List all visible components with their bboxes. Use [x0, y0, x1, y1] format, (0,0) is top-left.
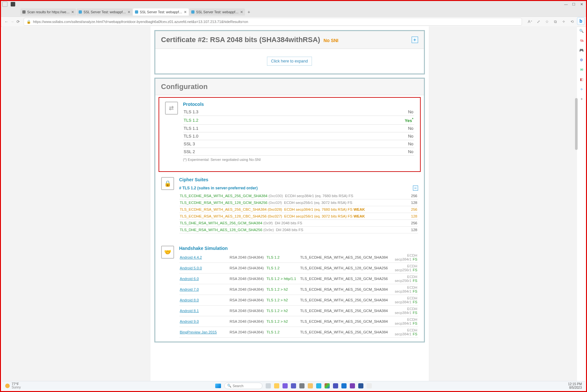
collections-icon[interactable]: ⧉: [552, 19, 558, 24]
cipher-row: TLS_ECDHE_RSA_WITH_AES_256_CBC_SHA384 (0…: [179, 206, 418, 213]
cipher-name-cell: TLS_ECDHE_RSA_WITH_AES_256_CBC_SHA384 (0…: [179, 206, 409, 213]
protocols-highlight: ⇄ Protocols TLS 1.3NoTLS 1.2Yes*TLS 1.1N…: [159, 97, 421, 172]
drop-icon[interactable]: ⎆: [579, 86, 584, 92]
minimize-button[interactable]: —: [563, 2, 569, 7]
weather-widget[interactable]: 77°F Sunny: [5, 381, 21, 390]
browser-toolbar: ← → ⟳ 🔒 https://www.ssllabs.com/ssltest/…: [1, 17, 586, 27]
cipher-name-cell: TLS_ECDHE_RSA_WITH_AES_128_CBC_SHA256 (0…: [179, 213, 409, 220]
handshake-cipher: TLS_ECDHE_RSA_WITH_AES_256_GCM_SHA384: [300, 316, 389, 327]
read-aloud-icon[interactable]: A⁺: [527, 19, 533, 24]
snip-icon[interactable]: [367, 383, 372, 388]
protocol-value: No: [326, 140, 414, 148]
folder-icon[interactable]: [308, 383, 313, 388]
handshake-client-link[interactable]: Android 8.1: [180, 309, 199, 313]
back-button[interactable]: ←: [4, 19, 9, 24]
handshake-cipher: TLS_ECDHE_RSA_WITH_AES_128_GCM_SHA256: [300, 263, 389, 274]
taskbar-search[interactable]: 🔍 Search: [224, 383, 262, 389]
extensions-icon[interactable]: ✧: [561, 19, 567, 24]
protocols-table: TLS 1.3NoTLS 1.2Yes*TLS 1.1NoTLS 1.0NoSS…: [183, 108, 414, 156]
start-button[interactable]: [215, 384, 221, 388]
handshake-kx: ECDH secp384r1FS: [389, 284, 418, 295]
browser-tab[interactable]: SSL Server Test: webappfrontdo...✕: [133, 8, 189, 16]
handshake-kx: ECDH secp384r1FS: [389, 252, 418, 263]
onenote-icon[interactable]: [350, 383, 355, 388]
add-sidebar-icon[interactable]: ＋: [579, 96, 584, 101]
explorer-icon[interactable]: [274, 383, 279, 388]
tab-favicon-icon: [79, 10, 82, 14]
profile2-icon[interactable]: [11, 2, 15, 6]
cipher-name-cell: TLS_ECDHE_RSA_WITH_AES_128_GCM_SHA256 (0…: [179, 199, 409, 206]
tab-favicon-icon: [191, 10, 194, 14]
edge-icon[interactable]: [316, 383, 321, 388]
protocol-row: TLS 1.1No: [183, 125, 414, 132]
close-window-button[interactable]: ✕: [578, 2, 585, 7]
teams-icon[interactable]: [291, 383, 296, 388]
tools-icon[interactable]: ⚙: [579, 57, 584, 62]
tab-close-button[interactable]: ✕: [240, 10, 243, 14]
browser-tab[interactable]: SSL Server Test: webappfrontdo...✕: [189, 8, 245, 16]
profile-icon[interactable]: [2, 2, 7, 7]
click-to-expand-button[interactable]: Click here to expand: [267, 57, 312, 66]
handshake-cipher: TLS_ECDHE_RSA_WITH_AES_128_GCM_SHA256: [300, 274, 389, 284]
tab-close-button[interactable]: ✕: [184, 10, 187, 14]
cipher-row: TLS_ECDHE_RSA_WITH_AES_128_CBC_SHA256 (0…: [179, 213, 418, 220]
maximize-button[interactable]: ☐: [570, 2, 577, 7]
cipher-strength: 256: [409, 220, 418, 227]
handshake-key: RSA 2048 (SHA384): [229, 295, 266, 306]
browser-tab[interactable]: SSL Server Test: webappfrontdo...✕: [77, 8, 132, 16]
handshake-kx: ECDH secp256r1FS: [389, 274, 418, 284]
chat-icon[interactable]: [282, 383, 288, 388]
protocol-name: SSL 2: [183, 148, 326, 156]
teams2-icon[interactable]: [333, 383, 338, 388]
handshake-row: Android 8.1RSA 2048 (SHA384)TLS 1.2 > h2…: [179, 306, 418, 316]
system-tray-clock[interactable]: 12:15 PM 8/5/2023: [568, 381, 582, 390]
refresh-button[interactable]: ⟳: [15, 19, 21, 24]
zoom-icon[interactable]: ⤢: [536, 19, 541, 24]
chrome-icon[interactable]: [325, 383, 330, 388]
shopping-icon[interactable]: 🛍: [579, 38, 584, 43]
tab-title: Scan results for https://webappf...: [27, 10, 70, 14]
handshake-client-link[interactable]: Android 5.0.0: [180, 266, 202, 270]
handshake-key: RSA 2048 (SHA384): [229, 316, 266, 327]
browser-tab[interactable]: Scan results for https://webappf...✕: [20, 8, 76, 16]
handshake-client-link[interactable]: Android 4.4.2: [180, 255, 202, 259]
handshake-client-link[interactable]: Android 9.0: [180, 319, 199, 323]
taskview-icon[interactable]: [266, 383, 271, 388]
bing-sidebar-button[interactable]: b: [577, 17, 585, 25]
certificate-title: Certificate #2: RSA 2048 bits (SHA384wit…: [161, 36, 320, 44]
page-content: Certificate #2: RSA 2048 bits (SHA384wit…: [150, 26, 429, 381]
sync-icon[interactable]: ⟲: [569, 19, 575, 24]
handshake-protocol: TLS 1.2 > h2: [267, 298, 288, 302]
cipher-strength: 128: [409, 199, 418, 206]
address-bar[interactable]: 🔒 https://www.ssllabs.com/ssltest/analyz…: [24, 18, 522, 26]
handshake-row: Android 6.0RSA 2048 (SHA384)TLS 1.2 > ht…: [179, 274, 418, 284]
handshake-row: Android 4.4.2RSA 2048 (SHA384)TLS 1.2TLS…: [179, 252, 418, 263]
search-sidebar-icon[interactable]: 🔍: [579, 28, 584, 33]
protocol-name: TLS 1.1: [183, 125, 326, 132]
outlook-taskbar-icon[interactable]: [341, 383, 347, 388]
new-tab-button[interactable]: +: [246, 9, 252, 15]
handshake-row: Android 7.0RSA 2048 (SHA384)TLS 1.2 > h2…: [179, 284, 418, 295]
handshake-row: BingPreview Jan 2015RSA 2048 (SHA384)TLS…: [179, 327, 418, 338]
handshake-client-link[interactable]: Android 6.0: [180, 277, 199, 281]
cipher-strength: 256: [409, 193, 418, 199]
handshake-client-link[interactable]: Android 8.0: [180, 298, 199, 302]
office-icon[interactable]: ◧: [579, 77, 584, 82]
handshake-cipher: TLS_ECDHE_RSA_WITH_AES_256_GCM_SHA384: [300, 252, 389, 263]
forward-button[interactable]: →: [9, 19, 15, 24]
handshake-client-link[interactable]: BingPreview Jan 2015: [180, 330, 217, 334]
collapse-ciphers-button[interactable]: −: [413, 185, 418, 191]
handshake-kx: ECDH secp256r1FS: [389, 263, 418, 274]
expand-certificate-button[interactable]: +: [412, 37, 418, 43]
window-titlebar: — ☐ ✕: [1, 1, 586, 7]
tab-close-button[interactable]: ✕: [71, 10, 74, 14]
handshake-client-link[interactable]: Android 7.0: [180, 287, 199, 291]
word-icon[interactable]: [358, 383, 363, 388]
games-icon[interactable]: 🎮: [579, 48, 584, 53]
settings-icon[interactable]: [299, 383, 305, 388]
favorite-icon[interactable]: ☆: [544, 19, 550, 24]
protocol-value: No: [326, 148, 414, 156]
scrollbar-thumb[interactable]: [575, 98, 578, 150]
tab-close-button[interactable]: ✕: [127, 10, 130, 14]
outlook-icon[interactable]: ✉: [579, 67, 584, 72]
